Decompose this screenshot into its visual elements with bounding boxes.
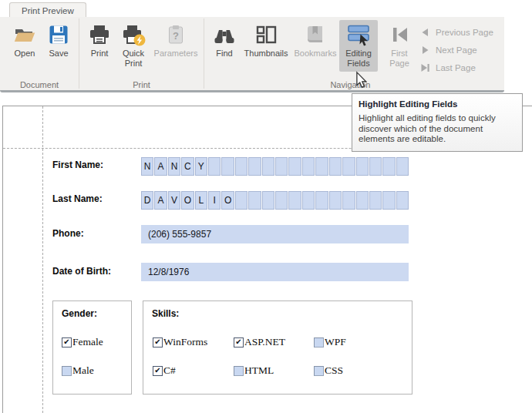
skills-groupbox: Skills: ✔ WinForms ✔ ASP.NET ✔ WPF ✔ C# …: [143, 301, 412, 395]
page-margin-line-left: [42, 106, 43, 413]
comb-cell[interactable]: I: [208, 191, 221, 210]
gender-groupbox: Gender: ✔ Female ✔ Male: [52, 301, 132, 395]
comb-cell[interactable]: [288, 191, 301, 210]
comb-cell[interactable]: [356, 157, 369, 176]
date-of-birth-field[interactable]: 12/8/1976: [141, 263, 409, 281]
comb-cell[interactable]: [302, 191, 315, 210]
male-label: Male: [72, 364, 94, 377]
tab-print-preview[interactable]: Print Preview: [9, 2, 86, 18]
svg-text:?: ?: [173, 30, 179, 42]
html-label: HTML: [244, 364, 274, 377]
winforms-checkbox[interactable]: ✔: [153, 337, 163, 348]
skill-option-css[interactable]: ✔ CSS: [314, 364, 343, 377]
parameters-label: Parameters: [154, 49, 198, 59]
first-page-button: First Page: [383, 20, 416, 72]
comb-cell[interactable]: L: [195, 191, 207, 210]
comb-cell[interactable]: [396, 191, 409, 210]
first-name-field[interactable]: NANCY: [141, 157, 409, 176]
comb-cell[interactable]: [382, 191, 395, 210]
skill-option-csharp[interactable]: ✔ C#: [153, 364, 176, 377]
comb-cell[interactable]: [396, 157, 409, 176]
csharp-checkbox[interactable]: ✔: [153, 366, 163, 376]
find-button[interactable]: Find: [208, 20, 241, 72]
editing-fields-button[interactable]: Editing Fields: [339, 20, 378, 72]
comb-cell[interactable]: [369, 157, 382, 176]
comb-cell[interactable]: [369, 191, 382, 210]
skill-option-wpf[interactable]: ✔ WPF: [314, 336, 346, 348]
comb-cell[interactable]: [329, 191, 342, 210]
comb-cell[interactable]: [248, 191, 261, 210]
comb-cell[interactable]: [262, 157, 274, 176]
last-name-label: Last Name:: [52, 193, 103, 204]
comb-cell[interactable]: [302, 157, 315, 176]
last-name-field[interactable]: DAVOLIO: [141, 191, 409, 210]
comb-cell[interactable]: [208, 157, 221, 176]
wpf-checkbox[interactable]: ✔: [314, 337, 324, 348]
thumbnails-button[interactable]: Thumbnails: [241, 20, 291, 72]
skill-option-html[interactable]: ✔ HTML: [234, 364, 274, 377]
phone-field[interactable]: (206) 555-9857: [141, 225, 409, 243]
comb-cell[interactable]: [262, 191, 274, 210]
gender-option-male[interactable]: ✔ Male: [62, 364, 94, 377]
print-preview-window: { "tab": { "label": "Print Preview" }, "…: [0, 0, 532, 413]
save-label: Save: [49, 49, 68, 59]
comb-cell[interactable]: [329, 157, 342, 176]
save-button[interactable]: Save: [42, 20, 76, 72]
comb-cell[interactable]: [235, 191, 247, 210]
wpf-label: WPF: [325, 336, 346, 348]
quick-print-label: Quick Print: [116, 49, 151, 68]
comb-cell[interactable]: [315, 191, 328, 210]
aspnet-label: ASP.NET: [244, 336, 285, 348]
print-label: Print: [91, 49, 109, 59]
find-binoculars-icon: [212, 22, 237, 47]
comb-cell[interactable]: O: [181, 191, 194, 210]
bookmarks-label: Bookmarks: [294, 49, 336, 59]
skill-option-winforms[interactable]: ✔ WinForms: [153, 336, 207, 348]
comb-cell[interactable]: [235, 157, 247, 176]
aspnet-checkbox[interactable]: ✔: [234, 337, 244, 348]
male-checkbox[interactable]: ✔: [62, 366, 72, 376]
ribbon-group-navigation: Find Thumbnails Bookmarks: [204, 17, 497, 90]
comb-cell[interactable]: [248, 157, 261, 176]
comb-cell[interactable]: A: [154, 191, 167, 210]
skill-option-aspnet[interactable]: ✔ ASP.NET: [234, 336, 285, 348]
previous-page-icon: [420, 28, 430, 37]
ribbon: Open Save Document: [0, 17, 504, 92]
comb-cell[interactable]: [356, 191, 369, 210]
open-button[interactable]: Open: [8, 20, 42, 72]
editing-fields-label: Editing Fields: [339, 49, 378, 68]
comb-cell[interactable]: A: [154, 157, 167, 176]
comb-cell[interactable]: C: [181, 157, 194, 176]
editing-fields-tooltip: Highlight Editing Fields Highlight all e…: [352, 93, 523, 152]
comb-cell[interactable]: D: [141, 191, 153, 210]
comb-cell[interactable]: [275, 157, 288, 176]
next-page-icon: [420, 45, 430, 55]
open-label: Open: [15, 49, 35, 59]
print-button[interactable]: Print: [83, 20, 116, 72]
tooltip-body: Highlight all editing fields to quickly …: [359, 113, 514, 145]
comb-cell[interactable]: [221, 157, 234, 176]
comb-cell[interactable]: [275, 191, 288, 210]
comb-cell[interactable]: [342, 157, 355, 176]
comb-cell[interactable]: N: [141, 157, 153, 176]
html-checkbox[interactable]: ✔: [234, 366, 244, 376]
csharp-label: C#: [163, 364, 176, 377]
comb-cell[interactable]: [288, 157, 301, 176]
gender-option-female[interactable]: ✔ Female: [62, 336, 103, 348]
female-checkbox[interactable]: ✔: [62, 337, 72, 348]
comb-cell[interactable]: [382, 157, 395, 176]
last-page-label: Last Page: [436, 63, 476, 72]
comb-cell[interactable]: [315, 157, 328, 176]
last-page-icon: [420, 63, 430, 72]
comb-cell[interactable]: V: [168, 191, 180, 210]
first-page-label: First Page: [383, 49, 416, 68]
quick-print-button[interactable]: Quick Print: [116, 20, 151, 72]
last-page-button: Last Page: [420, 63, 493, 72]
css-checkbox[interactable]: ✔: [314, 366, 324, 376]
skills-title: Skills:: [152, 308, 179, 319]
comb-cell[interactable]: [342, 191, 355, 210]
tab-label: Print Preview: [22, 6, 74, 15]
comb-cell[interactable]: N: [168, 157, 180, 176]
comb-cell[interactable]: O: [221, 191, 234, 210]
comb-cell[interactable]: Y: [195, 157, 207, 176]
